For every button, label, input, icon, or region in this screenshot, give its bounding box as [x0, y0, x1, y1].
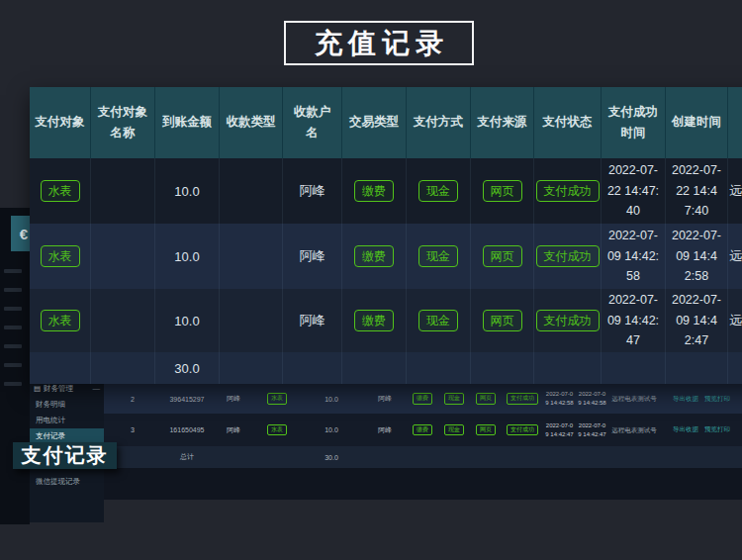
mini-cell-amount: 10.0: [300, 426, 363, 433]
status-badge: 支付成功: [536, 310, 600, 331]
status-badge: 支付成功: [536, 245, 600, 267]
cell-create-time: 2022-07-09 14:42:47: [666, 289, 728, 352]
cell-amount: 10.0: [155, 158, 220, 224]
mini-cell-order-no: 161650495: [161, 426, 213, 433]
trade-badge: 缴费: [354, 245, 394, 267]
column-header-pay-method: 支付方式: [407, 87, 471, 158]
meter-badge: 水表: [41, 180, 80, 202]
mini-cell-index: 2: [104, 396, 161, 403]
menu-icon: ▤: [34, 384, 41, 393]
timestamp: 2022-07-09 14:42:47: [545, 421, 575, 439]
timestamp: 2022-07-22 14:47:40: [606, 160, 660, 222]
mini-cell-status: 支付成功: [502, 393, 543, 404]
sidebar-item-electricity-stats[interactable]: 用电统计: [30, 413, 104, 428]
mini-cell-create-time: 2022-07-09 14:42:58: [576, 390, 608, 408]
payment-records-callout: 支付记录: [13, 442, 117, 469]
timestamp: 2022-07-09 14:42:47: [671, 290, 722, 351]
table-row[interactable]: 水表 10.0 阿峰 缴费 现金 网页 支付成功 2022-07-09 14:4…: [30, 224, 742, 289]
cell-amount: 10.0: [155, 289, 220, 352]
column-header-pay-status: 支付状态: [534, 87, 602, 158]
sidebar-item-wechat-withdraw-records[interactable]: 微信提现记录: [30, 474, 104, 490]
column-header-create-time: 创建时间: [666, 87, 728, 158]
mini-cell-name: 阿峰: [213, 425, 254, 435]
trade-badge: 缴费: [354, 180, 394, 202]
cell-empty: [728, 352, 742, 384]
export-receipt-link[interactable]: 导出收据: [673, 395, 698, 404]
mini-table: 2 396415297 阿峰 水表 10.0 阿峰 缴费 现金 网页 支付成功 …: [104, 384, 742, 468]
cell-meter: 水表: [30, 158, 91, 224]
mini-rail-icon: [4, 269, 22, 273]
source-badge: 网页: [483, 180, 522, 202]
trade-badge: 缴费: [413, 424, 432, 435]
mini-cell-source: 网页: [470, 393, 502, 404]
cell-pay-method: 现金: [407, 224, 471, 289]
status-badge: 支付成功: [536, 180, 600, 202]
meter-badge: 水表: [267, 424, 287, 435]
timestamp: 2022-07-09 14:42:58: [578, 390, 607, 408]
cell-recv-type: [220, 224, 283, 289]
table-row[interactable]: 2 396415297 阿峰 水表 10.0 阿峰 缴费 现金 网页 支付成功 …: [104, 384, 742, 414]
column-header-pay-object-name: 支付对象名称: [91, 87, 155, 158]
mini-cell-actions: 导出收据 预览打印: [660, 395, 742, 404]
cell-pay-method: 现金: [407, 158, 471, 224]
mini-cell-note: 远程电表测试号: [608, 425, 660, 434]
cell-recv-type: [220, 289, 283, 352]
cell-empty: [342, 352, 407, 384]
cell-pay-source: 网页: [471, 224, 534, 289]
table-row[interactable]: 3 161650495 阿峰 水表 10.0 阿峰 缴费 现金 网页 支付成功 …: [104, 414, 742, 446]
cell-pay-source: 网页: [471, 289, 534, 352]
source-badge: 网页: [476, 424, 496, 435]
method-badge: 现金: [418, 310, 458, 331]
table-row[interactable]: 水表 10.0 阿峰 缴费 现金 网页 支付成功 2022-07-09 14:4…: [30, 289, 742, 352]
cell-account-name: 阿峰: [283, 158, 342, 224]
cell-empty: [471, 352, 534, 384]
column-header-trade-type: 交易类型: [342, 87, 407, 158]
cell-pay-object-name: [91, 158, 155, 224]
mini-cell-name: 阿峰: [213, 394, 254, 404]
sidebar-parent-label: 财务管理: [44, 384, 73, 394]
method-badge: 现金: [444, 393, 464, 404]
mini-total-label: 总计: [161, 452, 213, 462]
timestamp: 2022-07-09 14:42:58: [545, 390, 575, 408]
cell-empty: [30, 352, 91, 384]
mini-cell-method: 现金: [438, 393, 470, 404]
mini-rail-icon: [4, 382, 22, 386]
column-header-note: [728, 87, 742, 158]
cell-empty: [283, 352, 342, 384]
column-header-pay-object: 支付对象: [30, 87, 91, 158]
mini-cell-meter: 水表: [254, 393, 300, 404]
mini-cell-trade: 缴费: [407, 393, 438, 404]
total-row: 30.0: [30, 352, 742, 384]
method-badge: 现金: [418, 180, 458, 202]
callout-label: 支付记录: [22, 442, 109, 469]
cell-trade-type: 缴费: [342, 224, 407, 289]
cell-trade-type: 缴费: [342, 158, 407, 224]
status-badge: 支付成功: [507, 424, 538, 435]
trade-badge: 缴费: [354, 310, 394, 331]
source-badge: 网页: [483, 245, 522, 267]
timestamp: 2022-07-09 14:42:58: [606, 226, 660, 287]
cell-recv-type: [220, 158, 283, 224]
column-header-amount: 到账金额: [155, 87, 220, 158]
sidebar-item-label: 财务明细: [36, 400, 65, 410]
table-row[interactable]: 水表 10.0 阿峰 缴费 现金 网页 支付成功 2022-07-22 14:4…: [30, 158, 742, 224]
column-header-pay-source: 支付来源: [471, 87, 534, 158]
mini-cell-amount: 10.0: [300, 396, 363, 403]
mini-sidebar-menu: ▤ 财务管理 — 财务明细 用电统计 支付记录 微信提现记录: [30, 380, 104, 490]
note-text: 远程电表测试号: [730, 182, 742, 200]
export-receipt-link[interactable]: 导出收据: [673, 425, 698, 434]
mini-cell-source: 网页: [470, 424, 502, 435]
table-header-row: 支付对象 支付对象名称 到账金额 收款类型 收款户名 交易类型 支付方式 支付来…: [30, 87, 742, 158]
sidebar-item-label: 用电统计: [36, 416, 65, 425]
sidebar-item-label: 微信提现记录: [36, 477, 80, 487]
cell-note: 远程电表测试号: [728, 289, 742, 352]
sidebar-item-finance-details[interactable]: 财务明细: [30, 397, 104, 413]
mini-rail-icon: [4, 344, 22, 348]
mini-cell-success-time: 2022-07-09 14:42:47: [543, 421, 576, 439]
recharge-records-table: 支付对象 支付对象名称 到账金额 收款类型 收款户名 交易类型 支付方式 支付来…: [30, 87, 742, 384]
preview-print-link[interactable]: 预览打印: [704, 425, 730, 434]
collapse-icon: —: [93, 384, 101, 393]
trade-badge: 缴费: [413, 393, 432, 404]
cell-pay-status: 支付成功: [534, 289, 602, 352]
preview-print-link[interactable]: 预览打印: [704, 395, 730, 404]
